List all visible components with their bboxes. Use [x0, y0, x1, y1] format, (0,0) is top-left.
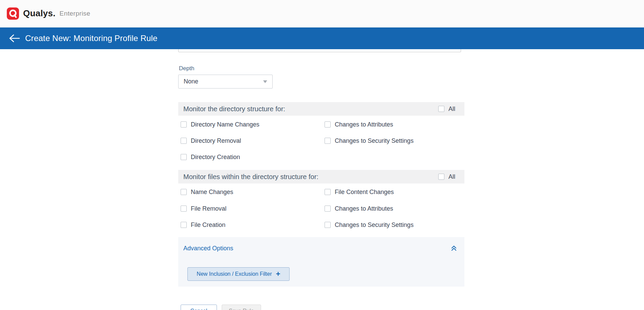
checkbox-row-dir-changes-security[interactable]: Changes to Security Settings: [325, 136, 413, 145]
checkbox-label: All: [448, 173, 455, 180]
collapse-button[interactable]: [450, 244, 458, 252]
page-title: Create New: Monitoring Profile Rule: [25, 34, 158, 43]
checkbox-file-changes-attributes[interactable]: [325, 206, 331, 212]
checkbox-directory-removal[interactable]: [181, 138, 187, 144]
advanced-options-panel: Advanced Options New Inclusion / Exclusi…: [178, 237, 464, 287]
chevron-down-icon: [263, 80, 267, 83]
checkbox-label: All: [448, 105, 455, 113]
checkbox-row-file-creation[interactable]: File Creation: [181, 220, 225, 229]
checkbox-dir-changes-security[interactable]: [325, 138, 331, 144]
section-directory-title: Monitor the directory structure for:: [183, 105, 285, 113]
section-files-title: Monitor files within the directory struc…: [183, 173, 318, 181]
partial-text-input[interactable]: [178, 49, 461, 52]
checkbox-label: Changes to Security Settings: [335, 137, 413, 144]
chevron-double-up-icon: [450, 245, 457, 251]
checkbox-label: Directory Creation: [191, 154, 240, 161]
checkbox-directory-creation[interactable]: [181, 154, 187, 160]
checkbox-label: File Creation: [191, 221, 225, 229]
checkbox-file-changes-security[interactable]: [325, 222, 331, 228]
save-rule-button[interactable]: Save Rule: [222, 305, 261, 310]
advanced-options-toggle[interactable]: Advanced Options: [183, 245, 233, 252]
checkbox-files-all[interactable]: [438, 174, 444, 180]
checkbox-label: Directory Removal: [191, 137, 241, 144]
cancel-button-label: Cancel: [190, 308, 207, 310]
checkbox-directory-name-changes[interactable]: [181, 121, 187, 128]
checkbox-label: Directory Name Changes: [191, 121, 259, 128]
page: Qualys. Enterprise Create New: Monitorin…: [0, 0, 644, 310]
filter-button-label: New Inclusion / Exclusion Filter: [197, 271, 272, 277]
checkbox-row-file-removal[interactable]: File Removal: [181, 204, 226, 213]
checkbox-label: Changes to Attributes: [335, 121, 393, 128]
section-directory-header: Monitor the directory structure for:: [178, 102, 464, 116]
top-brand-bar: Qualys. Enterprise: [0, 0, 644, 27]
arrow-left-icon: [8, 34, 20, 43]
checkbox-row-directory-all[interactable]: All: [438, 104, 455, 113]
checkbox-label: Changes to Security Settings: [335, 221, 413, 229]
checkbox-dir-changes-attributes[interactable]: [325, 121, 331, 128]
back-button[interactable]: [7, 33, 21, 44]
checkbox-row-directory-removal[interactable]: Directory Removal: [181, 136, 241, 145]
checkbox-directory-all[interactable]: [438, 106, 444, 112]
plus-icon: +: [276, 270, 280, 278]
checkbox-label: Name Changes: [191, 189, 233, 196]
checkbox-label: File Content Changes: [335, 189, 394, 196]
checkbox-file-removal[interactable]: [181, 206, 187, 212]
section-files-header: Monitor files within the directory struc…: [178, 170, 464, 183]
cancel-button[interactable]: Cancel: [181, 305, 217, 310]
checkbox-row-file-changes-attributes[interactable]: Changes to Attributes: [325, 204, 393, 213]
depth-select-value: None: [184, 78, 263, 85]
checkbox-label: File Removal: [191, 205, 226, 212]
checkbox-label: Changes to Attributes: [335, 205, 393, 212]
checkbox-row-directory-creation[interactable]: Directory Creation: [181, 153, 240, 161]
qualys-logo-icon: [6, 7, 20, 20]
checkbox-row-file-content-changes[interactable]: File Content Changes: [325, 188, 394, 196]
checkbox-row-directory-name-changes[interactable]: Directory Name Changes: [181, 120, 259, 129]
checkbox-row-file-changes-security[interactable]: Changes to Security Settings: [325, 220, 413, 229]
checkbox-row-dir-changes-attributes[interactable]: Changes to Attributes: [325, 120, 393, 129]
checkbox-file-content-changes[interactable]: [325, 189, 331, 195]
save-button-label: Save Rule: [229, 308, 254, 310]
brand-edition: Enterprise: [59, 10, 90, 17]
depth-label: Depth: [179, 65, 194, 72]
new-inclusion-exclusion-filter-button[interactable]: New Inclusion / Exclusion Filter +: [187, 267, 290, 281]
checkbox-row-files-all[interactable]: All: [438, 172, 455, 181]
checkbox-file-name-changes[interactable]: [181, 189, 187, 195]
checkbox-row-file-name-changes[interactable]: Name Changes: [181, 188, 233, 196]
checkbox-file-creation[interactable]: [181, 222, 187, 228]
page-header-bar: Create New: Monitoring Profile Rule: [0, 27, 644, 49]
brand-name: Qualys.: [23, 8, 55, 19]
depth-select[interactable]: None: [178, 75, 273, 89]
